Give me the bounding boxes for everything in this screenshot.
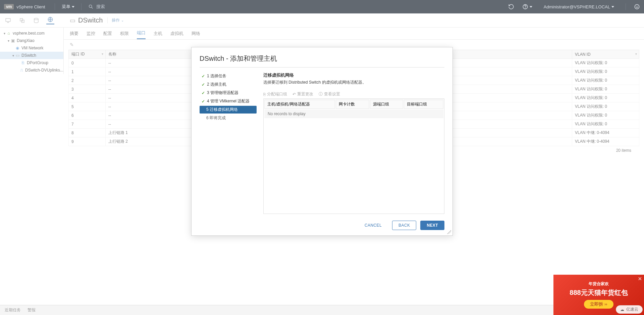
col-src[interactable]: 源端口组 — [370, 100, 404, 109]
modal-footer: CANCEL BACK NEXT — [200, 221, 444, 230]
col-dst[interactable]: 目标端口组 — [404, 100, 443, 109]
empty-message: No records to display — [264, 109, 443, 118]
wizard-step[interactable]: 1 选择任务 — [200, 72, 257, 80]
back-button[interactable]: BACK — [392, 221, 416, 230]
ad-big-text: 888元天猫年货红包 — [570, 288, 628, 297]
add-hosts-modal: DSwitch - 添加和管理主机 1 选择任务2 选择主机3 管理物理适配器4… — [191, 47, 453, 236]
modal-title: DSwitch - 添加和管理主机 — [200, 54, 444, 68]
brand-text: 亿速云 — [626, 307, 638, 312]
wizard-step[interactable]: 6 即将完成 — [200, 114, 257, 122]
view-settings[interactable]: ⓘ查看设置 — [319, 91, 340, 97]
close-icon[interactable]: ✕ — [638, 276, 642, 281]
ad-small-text: 年货合家欢 — [589, 281, 609, 287]
content-description: 选择要迁移到 Distributed Switch 的虚拟机或网络适配器。 — [263, 80, 444, 85]
wizard-step[interactable]: 2 选择主机 — [200, 81, 257, 88]
wizard-content: 迁移虚拟机网络 选择要迁移到 Distributed Switch 的虚拟机或网… — [263, 72, 444, 214]
content-heading: 迁移虚拟机网络 — [263, 72, 444, 78]
table-body-space — [264, 119, 443, 213]
ad-button[interactable]: 立即拆 ›› — [584, 300, 613, 309]
brand-badge[interactable]: ☁ 亿速云 — [616, 305, 643, 314]
cancel-button[interactable]: CANCEL — [358, 221, 388, 230]
assign-portgroup[interactable]: ⎘分配端口组 — [263, 91, 287, 97]
modal-overlay: DSwitch - 添加和管理主机 1 选择任务2 选择主机3 管理物理适配器4… — [0, 0, 644, 315]
col-nic[interactable]: 网卡计数 — [336, 100, 369, 109]
wizard-step[interactable]: 4 管理 VMkernel 适配器 — [200, 97, 257, 105]
migrate-table: 主机/虚拟机/网络适配器 网卡计数 源端口组 目标端口组 No records … — [263, 99, 444, 214]
resize-grip-icon[interactable] — [447, 230, 451, 234]
reset-changes[interactable]: ↶重置更改 — [292, 91, 313, 97]
wizard-step[interactable]: 3 管理物理适配器 — [200, 89, 257, 97]
inner-toolbar: ⎘分配端口组 ↶重置更改 ⓘ查看设置 — [263, 90, 444, 99]
info-icon: ⓘ — [319, 91, 323, 97]
next-button[interactable]: NEXT — [420, 221, 444, 230]
undo-icon: ↶ — [292, 92, 296, 97]
portgroup-icon: ⎘ — [263, 92, 266, 97]
wizard-step[interactable]: 5 迁移虚拟机网络 — [200, 106, 257, 114]
cloud-icon: ☁ — [620, 307, 624, 312]
wizard-steps: 1 选择任务2 选择主机3 管理物理适配器4 管理 VMkernel 适配器5 … — [200, 72, 257, 214]
col-host[interactable]: 主机/虚拟机/网络适配器 — [264, 100, 335, 109]
